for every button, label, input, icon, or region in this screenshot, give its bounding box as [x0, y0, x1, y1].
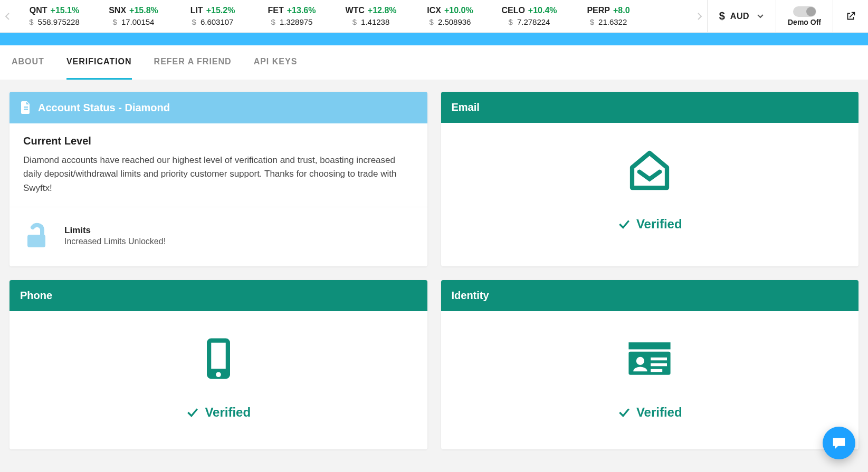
demo-toggle[interactable] — [793, 6, 816, 17]
current-level-title: Current Level — [23, 135, 414, 147]
ticker-price: 1.41238 — [361, 17, 389, 26]
account-status-card: Account Status - Diamond Current Level D… — [9, 92, 427, 266]
current-level-desc: Diamond accounts have reached our highes… — [23, 153, 414, 195]
ticker-symbol: SNX — [109, 6, 126, 15]
tab-verification[interactable]: VERIFICATION — [66, 45, 132, 80]
chevron-right-icon — [697, 12, 702, 21]
limits-row: Limits Increased Limits Unlocked! — [9, 207, 427, 266]
limits-title: Limits — [64, 225, 166, 236]
id-card-icon — [626, 335, 673, 384]
ticker-symbol: WTC — [345, 6, 364, 15]
dollar-icon: $ — [29, 17, 33, 26]
dollar-icon: $ — [271, 17, 275, 26]
phone-verified: Verified — [186, 405, 251, 420]
chevron-down-icon — [757, 14, 764, 19]
ticker-change: +10.0% — [444, 6, 473, 15]
svg-rect-4 — [211, 343, 226, 369]
currency-selector[interactable]: $ AUD — [707, 0, 776, 32]
limits-sub: Increased Limits Unlocked! — [64, 237, 166, 246]
dollar-icon: $ — [113, 17, 117, 26]
ticker-change: +10.4% — [528, 6, 557, 15]
ticker-item[interactable]: WTC+12.8%$1.41238 — [331, 2, 411, 31]
ticker-item[interactable]: QNT+15.1%$558.975228 — [15, 2, 94, 31]
tab-about[interactable]: ABOUT — [12, 45, 44, 80]
unlock-icon — [23, 221, 53, 251]
ticker-change: +15.1% — [51, 6, 80, 15]
verified-label: Verified — [205, 405, 251, 420]
email-header: Email — [441, 92, 859, 123]
ticker-bar: QNT+15.1%$558.975228SNX+15.8%$17.00154LI… — [0, 0, 868, 33]
ticker-item[interactable]: CELO+10.4%$7.278224 — [490, 2, 569, 31]
ticker-price: 7.278224 — [517, 17, 550, 26]
email-header-label: Email — [452, 101, 480, 113]
svg-rect-1 — [24, 109, 28, 110]
phone-body: Verified — [9, 311, 427, 449]
svg-rect-7 — [629, 352, 671, 375]
tab-api[interactable]: API KEYS — [254, 45, 298, 80]
svg-rect-11 — [651, 369, 662, 372]
identity-verified: Verified — [617, 405, 682, 420]
ticker-symbol: ICX — [427, 6, 441, 15]
ticker-items: QNT+15.1%$558.975228SNX+15.8%$17.00154LI… — [15, 0, 692, 32]
svg-rect-10 — [651, 363, 667, 367]
blue-strip — [0, 33, 868, 45]
phone-header: Phone — [9, 280, 427, 311]
currency-code: AUD — [730, 12, 749, 21]
check-icon — [186, 406, 199, 419]
ticker-change: +8.0 — [613, 6, 630, 15]
ticker-next-button[interactable] — [692, 0, 707, 32]
dollar-icon: $ — [352, 17, 357, 26]
identity-verify-card: Identity Verified — [441, 280, 859, 449]
ticker-item[interactable]: SNX+15.8%$17.00154 — [94, 2, 173, 31]
check-icon — [617, 406, 631, 419]
email-verify-card: Email Verified — [441, 92, 859, 266]
email-body: Verified — [441, 123, 859, 261]
chat-icon — [831, 435, 847, 451]
profile-tabs: ABOUT VERIFICATION REFER A FRIEND API KE… — [0, 45, 868, 80]
account-status-body: Current Level Diamond accounts have reac… — [9, 123, 427, 207]
dollar-icon: $ — [590, 17, 594, 26]
account-status-header: Account Status - Diamond — [9, 92, 427, 123]
ticker-price: 21.6322 — [598, 17, 627, 26]
verified-label: Verified — [636, 217, 682, 232]
tab-refer[interactable]: REFER A FRIEND — [154, 45, 232, 80]
svg-rect-0 — [24, 107, 28, 108]
external-link-icon — [845, 11, 856, 22]
svg-rect-6 — [629, 342, 671, 349]
demo-mode-control: Demo Off — [776, 0, 833, 32]
ticker-price: 1.328975 — [280, 17, 313, 26]
ticker-item[interactable]: ICX+10.0%$2.508936 — [411, 2, 490, 31]
dollar-icon: $ — [719, 10, 725, 22]
ticker-item[interactable]: LIT+15.2%$6.603107 — [173, 2, 252, 31]
phone-icon — [195, 335, 242, 384]
ticker-controls: $ AUD Demo Off — [707, 0, 868, 32]
ticker-symbol: CELO — [501, 6, 524, 15]
account-status-title: Account Status - Diamond — [38, 102, 170, 114]
ticker-change: +13.6% — [287, 6, 316, 15]
ticker-change: +15.2% — [206, 6, 235, 15]
verification-grid: Account Status - Diamond Current Level D… — [0, 80, 868, 465]
demo-label: Demo Off — [788, 18, 821, 26]
ticker-price: 2.508936 — [438, 17, 471, 26]
ticker-price: 558.975228 — [38, 17, 80, 26]
email-icon — [626, 147, 673, 196]
phone-header-label: Phone — [20, 290, 52, 302]
dollar-icon: $ — [430, 17, 434, 26]
verified-label: Verified — [636, 405, 682, 420]
chevron-left-icon — [5, 12, 10, 21]
identity-body: Verified — [441, 311, 859, 449]
ticker-price: 6.603107 — [201, 17, 234, 26]
svg-rect-9 — [651, 358, 667, 361]
check-icon — [617, 217, 631, 231]
external-link-button[interactable] — [833, 0, 868, 32]
ticker-item[interactable]: PERP+8.0$21.6322 — [569, 2, 648, 31]
ticker-change: +12.8% — [368, 6, 397, 15]
svg-point-5 — [216, 372, 221, 377]
document-icon — [20, 101, 31, 114]
limits-text: Limits Increased Limits Unlocked! — [64, 225, 166, 246]
chat-button[interactable] — [823, 427, 855, 459]
ticker-item[interactable]: FET+13.6%$1.328975 — [252, 2, 331, 31]
ticker-price: 17.00154 — [121, 17, 155, 26]
ticker-symbol: PERP — [587, 6, 610, 15]
ticker-prev-button[interactable] — [0, 0, 15, 32]
